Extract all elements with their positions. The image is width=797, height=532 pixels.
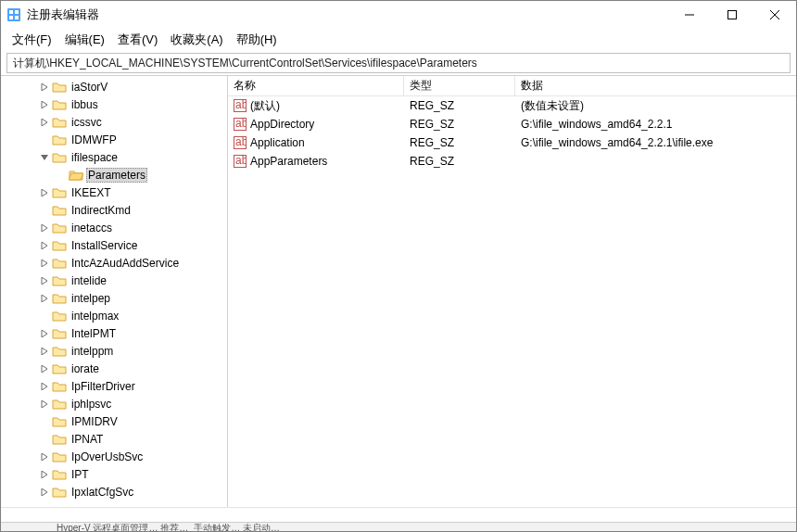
column-header-type[interactable]: 类型 bbox=[404, 76, 515, 95]
folder-icon bbox=[52, 98, 67, 111]
tree-item-label: intelide bbox=[70, 273, 108, 288]
close-button[interactable] bbox=[753, 1, 796, 29]
tree-item[interactable]: icssvc bbox=[5, 113, 227, 131]
tree-item[interactable]: Parameters bbox=[5, 166, 227, 184]
tree-item[interactable]: IDMWFP bbox=[5, 131, 227, 148]
tree-item-label: IntelPMT bbox=[70, 326, 118, 341]
svg-rect-4 bbox=[15, 16, 19, 19]
tree-item-label: IpFilterDriver bbox=[70, 379, 137, 394]
tree-item[interactable]: IPNAT bbox=[5, 430, 227, 448]
chevron-right-icon[interactable] bbox=[38, 239, 51, 252]
expander-placeholder bbox=[38, 204, 51, 217]
svg-text:ab: ab bbox=[235, 118, 247, 130]
tree-item[interactable]: IpxlatCfgSvc bbox=[5, 483, 227, 500]
tree-item[interactable]: ifilespace bbox=[5, 148, 227, 166]
list-row[interactable]: abAppDirectoryREG_SZG:\ifile_windows_amd… bbox=[228, 115, 796, 133]
maximize-button[interactable] bbox=[711, 1, 753, 29]
chevron-right-icon[interactable] bbox=[38, 116, 51, 129]
tree-item[interactable]: InstallService bbox=[5, 236, 227, 254]
folder-icon bbox=[69, 169, 83, 182]
svg-rect-3 bbox=[9, 16, 13, 19]
content-area: iaStorVibbusicssvcIDMWFPifilespaceParame… bbox=[1, 75, 796, 507]
list-body[interactable]: ab(默认)REG_SZ(数值未设置)abAppDirectoryREG_SZG… bbox=[228, 96, 796, 507]
chevron-right-icon[interactable] bbox=[38, 257, 51, 270]
expander-placeholder bbox=[38, 415, 51, 428]
tree-item[interactable]: IndirectKmd bbox=[5, 201, 227, 219]
chevron-right-icon[interactable] bbox=[38, 362, 51, 375]
tree-pane[interactable]: iaStorVibbusicssvcIDMWFPifilespaceParame… bbox=[1, 76, 228, 507]
string-value-icon: ab bbox=[234, 136, 247, 149]
column-header-data[interactable]: 数据 bbox=[515, 76, 796, 95]
menu-edit[interactable]: 编辑(E) bbox=[65, 32, 105, 48]
status-bar bbox=[1, 507, 796, 522]
expander-placeholder bbox=[38, 310, 51, 323]
folder-icon bbox=[52, 362, 67, 375]
chevron-right-icon[interactable] bbox=[38, 98, 51, 111]
tree-item[interactable]: intelpep bbox=[5, 289, 227, 307]
chevron-right-icon[interactable] bbox=[38, 186, 51, 199]
tree-item[interactable]: IntelPMT bbox=[5, 324, 227, 342]
tree-item[interactable]: iphlpsvc bbox=[5, 395, 227, 412]
tree-item[interactable]: iaStorV bbox=[5, 78, 227, 95]
value-name: (默认) bbox=[250, 98, 280, 114]
folder-icon bbox=[52, 398, 67, 411]
svg-rect-2 bbox=[15, 10, 19, 14]
tree-item[interactable]: IPT bbox=[5, 465, 227, 483]
menu-view[interactable]: 查看(V) bbox=[118, 32, 158, 48]
tree-item[interactable]: IpFilterDriver bbox=[5, 377, 227, 395]
folder-icon bbox=[52, 327, 67, 340]
folder-icon bbox=[52, 204, 67, 217]
tree-item[interactable]: IntcAzAudAddService bbox=[5, 254, 227, 272]
tree-item[interactable]: ibbus bbox=[5, 95, 227, 113]
chevron-right-icon[interactable] bbox=[38, 274, 51, 287]
tree-item-label: IPMIDRV bbox=[70, 414, 120, 429]
chevron-right-icon[interactable] bbox=[38, 380, 51, 393]
chevron-right-icon[interactable] bbox=[38, 450, 51, 463]
chevron-right-icon[interactable] bbox=[38, 345, 51, 358]
tree-item-label: IntcAzAudAddService bbox=[70, 256, 181, 271]
chevron-right-icon[interactable] bbox=[38, 81, 51, 94]
expander-placeholder bbox=[55, 169, 68, 182]
tree-item-label: icssvc bbox=[70, 115, 104, 130]
menu-favorites[interactable]: 收藏夹(A) bbox=[171, 32, 222, 48]
tree-item-label: Parameters bbox=[86, 168, 147, 183]
tree-item-label: IPNAT bbox=[70, 432, 105, 447]
tree-item-label: iorate bbox=[70, 361, 101, 376]
tree-item[interactable]: IPMIDRV bbox=[5, 412, 227, 430]
tree-item-label: ifilespace bbox=[70, 150, 120, 165]
svg-rect-6 bbox=[728, 11, 737, 19]
list-row[interactable]: ab(默认)REG_SZ(数值未设置) bbox=[228, 96, 796, 115]
svg-text:ab: ab bbox=[235, 155, 247, 167]
folder-icon bbox=[52, 274, 67, 287]
menu-help[interactable]: 帮助(H) bbox=[236, 32, 277, 48]
menu-file[interactable]: 文件(F) bbox=[12, 32, 52, 48]
tree-item[interactable]: IKEEXT bbox=[5, 184, 227, 201]
value-name: AppDirectory bbox=[250, 118, 314, 131]
chevron-right-icon[interactable] bbox=[38, 222, 51, 234]
chevron-right-icon[interactable] bbox=[38, 292, 51, 305]
column-header-name[interactable]: 名称 bbox=[228, 76, 404, 95]
tree-item[interactable]: intelide bbox=[5, 272, 227, 289]
expander-placeholder bbox=[38, 133, 51, 146]
folder-icon bbox=[52, 292, 67, 305]
chevron-right-icon[interactable] bbox=[38, 486, 51, 499]
chevron-right-icon[interactable] bbox=[38, 468, 51, 481]
folder-icon bbox=[52, 151, 67, 164]
folder-icon bbox=[52, 450, 67, 463]
tree-item[interactable]: intelppm bbox=[5, 342, 227, 360]
tree-item-label: iphlpsvc bbox=[70, 397, 113, 412]
list-row[interactable]: abAppParametersREG_SZ bbox=[228, 152, 796, 171]
address-bar[interactable]: 计算机\HKEY_LOCAL_MACHINE\SYSTEM\CurrentCon… bbox=[6, 53, 791, 73]
tree-item[interactable]: IpOverUsbSvc bbox=[5, 448, 227, 465]
value-type: REG_SZ bbox=[404, 136, 515, 149]
chevron-right-icon[interactable] bbox=[38, 398, 51, 411]
chevron-right-icon[interactable] bbox=[38, 327, 51, 340]
list-row[interactable]: abApplicationREG_SZG:\ifile_windows_amd6… bbox=[228, 133, 796, 152]
tree-item[interactable]: iorate bbox=[5, 360, 227, 377]
tree-item-label: IndirectKmd bbox=[70, 203, 133, 218]
tree-item[interactable]: intelpmax bbox=[5, 307, 227, 324]
minimize-button[interactable] bbox=[668, 1, 711, 29]
tree-item[interactable]: inetaccs bbox=[5, 219, 227, 236]
folder-icon bbox=[52, 486, 67, 499]
chevron-down-icon[interactable] bbox=[38, 151, 51, 164]
